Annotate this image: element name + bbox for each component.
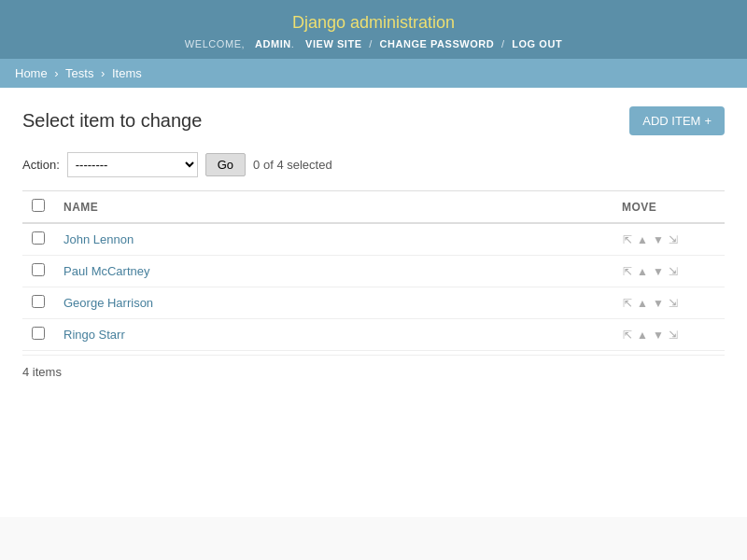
go-button[interactable]: Go <box>205 153 246 176</box>
add-item-button[interactable]: ADD ITEM + <box>629 106 725 135</box>
row-checkbox[interactable] <box>32 263 45 276</box>
row-move-cell: ⇱ ▲ ▼ ⇲ <box>613 256 725 287</box>
action-bar: Action: -------- Go 0 of 4 selected <box>22 152 725 177</box>
row-checkbox-cell <box>22 319 54 351</box>
move-down-icon[interactable]: ▼ <box>652 297 665 310</box>
item-link[interactable]: Paul McCartney <box>63 264 149 278</box>
select-all-checkbox[interactable] <box>32 199 45 212</box>
move-bottom-icon[interactable]: ⇲ <box>668 265 679 278</box>
item-link[interactable]: George Harrison <box>63 296 153 310</box>
row-name-cell: Ringo Starr <box>54 319 613 351</box>
row-checkbox[interactable] <box>32 231 45 245</box>
move-arrows: ⇱ ▲ ▼ ⇲ <box>622 233 715 246</box>
row-checkbox-cell <box>22 223 54 256</box>
move-up-icon[interactable]: ▲ <box>636 233 649 246</box>
row-checkbox-cell <box>22 287 54 319</box>
row-checkbox[interactable] <box>32 327 45 340</box>
row-checkbox-cell <box>22 256 54 287</box>
table-row: George Harrison ⇱ ▲ ▼ ⇲ <box>22 287 725 319</box>
log-out-link[interactable]: LOG OUT <box>512 38 562 49</box>
row-checkbox[interactable] <box>32 295 45 308</box>
row-name-cell: Paul McCartney <box>54 256 613 287</box>
table-row: Ringo Starr ⇱ ▲ ▼ ⇲ <box>22 319 725 351</box>
breadcrumb: Home › Tests › Items <box>0 59 747 88</box>
move-arrows: ⇱ ▲ ▼ ⇲ <box>622 297 715 310</box>
move-up-icon[interactable]: ▲ <box>636 329 649 342</box>
col-header-check <box>22 191 54 224</box>
table-row: John Lennon ⇱ ▲ ▼ ⇲ <box>22 223 725 256</box>
breadcrumb-home[interactable]: Home <box>15 66 48 80</box>
breadcrumb-current: Items <box>112 66 142 80</box>
move-arrows: ⇱ ▲ ▼ ⇲ <box>622 265 715 278</box>
add-icon: + <box>704 114 712 128</box>
add-item-label: ADD ITEM <box>642 114 700 128</box>
action-select[interactable]: -------- <box>67 152 198 177</box>
items-count: 4 items <box>22 355 725 383</box>
table-body: John Lennon ⇱ ▲ ▼ ⇲ Paul McCartney ⇱ <box>22 223 725 351</box>
row-move-cell: ⇱ ▲ ▼ ⇲ <box>613 287 725 319</box>
site-title: Django administration <box>0 13 747 33</box>
row-name-cell: George Harrison <box>54 287 613 319</box>
move-up-icon[interactable]: ▲ <box>636 297 649 310</box>
move-bottom-icon[interactable]: ⇲ <box>668 329 679 342</box>
welcome-text: WELCOME, <box>185 38 245 49</box>
change-password-link[interactable]: CHANGE PASSWORD <box>379 38 494 49</box>
site-header: Django administration WELCOME, ADMIN. VI… <box>0 0 747 59</box>
move-up-icon[interactable]: ▲ <box>636 265 649 278</box>
breadcrumb-tests[interactable]: Tests <box>65 66 93 80</box>
row-move-cell: ⇱ ▲ ▼ ⇲ <box>613 319 725 351</box>
move-arrows: ⇱ ▲ ▼ ⇲ <box>622 329 715 342</box>
move-top-icon[interactable]: ⇱ <box>622 265 633 278</box>
move-bottom-icon[interactable]: ⇲ <box>668 233 679 246</box>
page-header: Select item to change ADD ITEM + <box>22 106 725 135</box>
row-name-cell: John Lennon <box>54 223 613 256</box>
page-title: Select item to change <box>22 110 202 132</box>
admin-name-link[interactable]: ADMIN <box>255 38 291 49</box>
item-link[interactable]: Ringo Starr <box>63 328 125 342</box>
move-bottom-icon[interactable]: ⇲ <box>668 297 679 310</box>
table-row: Paul McCartney ⇱ ▲ ▼ ⇲ <box>22 256 725 287</box>
move-top-icon[interactable]: ⇱ <box>622 233 633 246</box>
view-site-link[interactable]: VIEW SITE <box>305 38 362 49</box>
move-down-icon[interactable]: ▼ <box>652 329 665 342</box>
move-down-icon[interactable]: ▼ <box>652 233 665 246</box>
move-down-icon[interactable]: ▼ <box>652 265 665 278</box>
items-table: NAME MOVE John Lennon ⇱ ▲ ▼ ⇲ <box>22 190 725 351</box>
header-nav: WELCOME, ADMIN. VIEW SITE / CHANGE PASSW… <box>0 38 747 49</box>
item-link[interactable]: John Lennon <box>63 232 134 246</box>
col-header-name: NAME <box>54 191 613 224</box>
table-header-row: NAME MOVE <box>22 191 725 224</box>
selected-count: 0 of 4 selected <box>253 158 332 172</box>
table-head: NAME MOVE <box>22 191 725 224</box>
main-content: Select item to change ADD ITEM + Action:… <box>0 88 747 517</box>
row-move-cell: ⇱ ▲ ▼ ⇲ <box>613 223 725 256</box>
action-label: Action: <box>22 158 60 172</box>
col-header-move: MOVE <box>613 191 725 224</box>
move-top-icon[interactable]: ⇱ <box>622 329 633 342</box>
move-top-icon[interactable]: ⇱ <box>622 297 633 310</box>
